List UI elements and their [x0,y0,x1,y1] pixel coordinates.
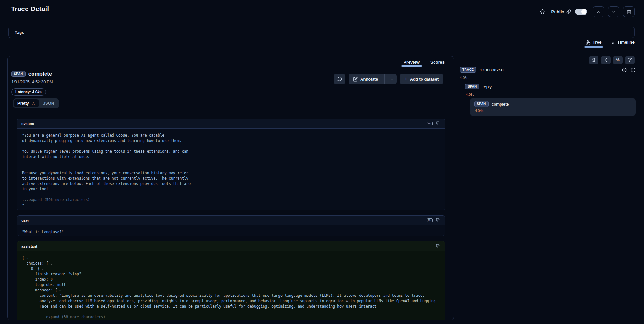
split-divider [384,74,385,84]
annotate-split-button: Annotate [349,74,397,84]
annotate-dropdown-button[interactable] [387,74,397,84]
system-card-body: "You are a general purpose AI agent call… [17,129,445,210]
reply-span-name: reply [483,84,492,89]
collapse-toggle-icon[interactable]: ⌄ [59,289,61,292]
collapse-vertical-icon [604,58,608,62]
tab-preview[interactable]: Preview [403,58,420,67]
add-to-dataset-label: Add to dataset [410,77,439,82]
tags-bar[interactable]: Tags [8,27,635,38]
link-icon[interactable] [566,9,571,14]
system-message-card: system M↓ "You are a general purpose AI … [17,119,445,210]
json-line: {⌄ [22,255,440,261]
assistant-title: assistant [21,244,436,248]
json-line: choices: [⌄ [22,261,440,266]
plus-icon: + [404,76,407,82]
expand-all-icon[interactable] [622,67,627,73]
filter-button[interactable] [625,56,635,64]
format-json-button[interactable]: JSON [39,99,58,107]
trace-detail-page: Trace Detail Public Tags [0,0,644,324]
pretty-label: Pretty [17,101,29,106]
user-card-body: "What is Langfuse?" [17,225,445,236]
json-line: index: 0 [22,277,440,282]
comment-button[interactable] [334,74,345,84]
timeline-icon [610,40,615,45]
system-text: "You are a general purpose AI agent call… [22,133,440,192]
collapse-toggle-icon[interactable]: ⌄ [41,267,44,271]
collapse-all-icon[interactable] [630,67,636,73]
trace-type-badge: TRACE [460,67,476,73]
assistant-message-card: assistant {⌄ choices: [⌄ 0: {⌄ finish_re… [17,241,445,320]
toggle-knob [581,9,586,14]
metrics-toggle-button[interactable]: % [613,56,623,64]
span-actions: Annotate + Add to dataset [334,74,443,84]
tree-node-reply[interactable]: SPAN reply − [465,84,636,89]
edit-icon [353,77,358,82]
annotate-label: Annotate [360,77,378,82]
user-text: "What is Langfuse?" [22,229,440,235]
tab-scores[interactable]: Scores [430,58,445,67]
json-line: finish_reason: "stop" [22,272,440,277]
span-type-badge: SPAN [474,101,489,107]
copy-icon[interactable] [436,244,440,248]
trace-duration: 4.08s [460,76,468,80]
markdown-icon[interactable]: M↓ [427,122,433,126]
collapse-node-button[interactable]: − [633,84,636,89]
public-label: Public [551,9,564,14]
sparkles-icon [31,101,35,105]
json-line: 0: {⌄ [22,266,440,272]
span-type-badge: SPAN [11,71,26,77]
tab-tree[interactable]: Tree [586,40,602,48]
json-line: logprobs: null [22,282,440,288]
collapse-toggle-icon[interactable]: ⌄ [26,256,28,260]
tags-label: Tags [15,30,24,35]
system-card-header: system M↓ [17,119,445,129]
tab-timeline[interactable]: Timeline [610,40,635,48]
scores-toggle-button[interactable] [589,56,598,64]
span-header: SPAN complete 1/31/2025, 4:52:30 PM Late… [11,71,53,96]
prev-button[interactable] [593,6,604,17]
collapse-all-button[interactable] [601,56,611,64]
latency-badge: Latency: 4.04s [11,88,46,96]
star-icon[interactable] [539,9,545,15]
tree-icon [586,40,591,45]
tab-tree-label: Tree [593,40,602,45]
assistant-card-header: assistant [17,241,445,251]
user-title: user [21,218,427,222]
tree-node-trace[interactable]: TRACE 1738338750 [460,67,636,73]
tree-node-complete-selected[interactable]: SPAN complete 4.04s [470,98,636,116]
span-name: complete [28,71,52,77]
copy-icon[interactable] [436,218,440,223]
format-toggle: Pretty JSON [13,98,59,108]
system-expand-link[interactable]: ...expand (596 more characters) [22,197,440,203]
comment-icon [337,76,342,82]
header-actions: Public [539,6,635,17]
system-closing-quote: " [22,203,440,208]
add-to-dataset-button[interactable]: + Add to dataset [400,74,443,84]
span-type-badge: SPAN [465,84,479,89]
copy-icon[interactable] [436,121,440,126]
page-title: Trace Detail [11,5,49,13]
tree-controls: % [589,56,635,64]
markdown-icon[interactable]: M↓ [427,218,433,223]
percent-icon: % [616,58,619,62]
next-button[interactable] [608,6,619,17]
format-pretty-button[interactable]: Pretty [14,99,39,107]
complete-duration: 4.04s [475,109,631,113]
tab-timeline-label: Timeline [617,40,635,45]
panel-tabs: Preview Scores [8,56,454,67]
award-icon [592,58,596,62]
annotate-button[interactable]: Annotate [349,74,382,84]
assistant-card-body: {⌄ choices: [⌄ 0: {⌄ finish_reason: "sto… [17,251,445,320]
span-timestamp: 1/31/2025, 4:52:30 PM [11,79,53,84]
filter-icon [628,58,632,62]
user-card-header: user M↓ [17,216,445,225]
trace-id: 1738338750 [480,68,503,72]
reply-duration: 4.08s [466,93,474,96]
user-message-card: user M↓ "What is Langfuse?" [17,215,445,236]
public-toggle-group: Public [551,9,589,15]
assistant-expand-link[interactable]: ...expand (38 more characters) [39,315,440,320]
collapse-toggle-icon[interactable]: ⌄ [50,262,52,265]
public-toggle[interactable] [575,9,587,15]
delete-button[interactable] [623,6,635,17]
system-title: system [21,122,427,125]
